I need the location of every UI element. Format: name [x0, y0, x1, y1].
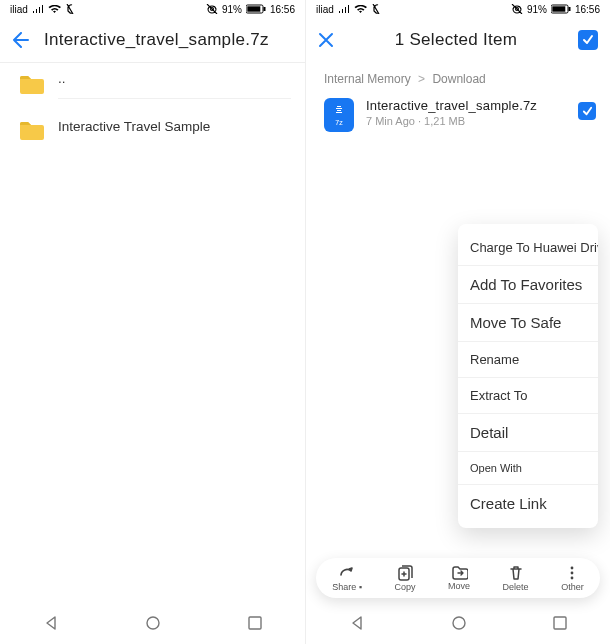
nav-home-icon[interactable]: [145, 615, 161, 635]
battery-pct: 91%: [527, 4, 547, 15]
action-bar: Share ▪ Copy Move Delete Other: [316, 558, 600, 598]
left-pane: iliad 91% 16:56 Interactive_travel_sampl…: [0, 0, 305, 644]
svg-point-11: [571, 576, 574, 579]
select-all-checkbox[interactable]: [578, 30, 598, 50]
selection-title: 1 Selected Item: [348, 30, 564, 50]
carrier-label: iliad: [10, 4, 28, 15]
crumb-child[interactable]: Download: [432, 72, 485, 86]
trash-icon: [509, 565, 523, 581]
archive-title: Interactive_travel_sample.7z: [44, 30, 269, 50]
action-label: Copy: [395, 582, 416, 592]
signal-icon: [32, 5, 44, 14]
time-label: 16:56: [575, 4, 600, 15]
nav-back-icon[interactable]: [349, 615, 365, 635]
list-row-folder[interactable]: Interactive Travel Sample: [0, 107, 305, 154]
share-icon: [338, 565, 356, 581]
close-icon[interactable]: [318, 32, 334, 48]
left-header: Interactive_travel_sample.7z: [0, 18, 305, 62]
menu-item-rename[interactable]: Rename: [458, 342, 598, 378]
svg-rect-7: [568, 7, 570, 11]
svg-point-3: [147, 617, 159, 629]
row-label: ..: [58, 71, 291, 99]
action-other[interactable]: Other: [561, 565, 584, 592]
call-disabled-icon: [65, 4, 75, 14]
nav-home-icon[interactable]: [451, 615, 467, 635]
file-meta: 7 Min Ago · 1,21 MB: [366, 115, 566, 127]
time-label: 16:56: [270, 4, 295, 15]
nav-recents-icon[interactable]: [248, 616, 262, 634]
menu-item-detail[interactable]: Detail: [458, 414, 598, 452]
archive-file-icon: 7z: [324, 98, 354, 132]
svg-rect-4: [249, 617, 261, 629]
nav-bar-left: [0, 606, 305, 644]
action-label: Share ▪: [332, 582, 362, 592]
call-disabled-icon: [371, 4, 381, 14]
file-text: Interactive_travel_sample.7z 7 Min Ago ·…: [366, 98, 566, 127]
battery-icon: [246, 4, 266, 14]
eye-off-icon: [511, 4, 523, 14]
move-icon: [451, 565, 468, 580]
svg-point-12: [453, 617, 465, 629]
nav-bar-right: [306, 606, 610, 644]
menu-item-link[interactable]: Create Link: [458, 485, 598, 522]
wifi-icon: [354, 5, 367, 14]
action-move[interactable]: Move: [448, 565, 470, 591]
svg-rect-2: [263, 7, 265, 11]
carrier-label: iliad: [316, 4, 334, 15]
selection-header: 1 Selected Item: [306, 18, 610, 62]
list-row-parent[interactable]: ..: [0, 63, 305, 107]
copy-icon: [398, 565, 413, 581]
svg-point-10: [571, 571, 574, 574]
action-label: Other: [561, 582, 584, 592]
file-item[interactable]: 7z Interactive_travel_sample.7z 7 Min Ag…: [306, 92, 610, 138]
right-pane: iliad 91% 16:56 1 Selected Item Internal…: [305, 0, 610, 644]
folder-icon: [18, 120, 46, 142]
svg-point-9: [571, 566, 574, 569]
nav-back-icon[interactable]: [43, 615, 59, 635]
signal-icon: [338, 5, 350, 14]
battery-pct: 91%: [222, 4, 242, 15]
status-bar-right: iliad 91% 16:56: [306, 0, 610, 18]
svg-rect-13: [554, 617, 566, 629]
action-label: Delete: [503, 582, 529, 592]
file-checkbox[interactable]: [578, 102, 596, 120]
battery-icon: [551, 4, 571, 14]
menu-item-charge[interactable]: Charge To Huawei Drive: [458, 230, 598, 266]
back-icon[interactable]: [12, 32, 30, 48]
row-label: Interactive Travel Sample: [58, 115, 291, 146]
action-share[interactable]: Share ▪: [332, 565, 362, 592]
menu-item-openwith[interactable]: Open With: [458, 452, 598, 485]
crumb-sep: >: [418, 72, 425, 86]
eye-off-icon: [206, 4, 218, 14]
action-copy[interactable]: Copy: [395, 565, 416, 592]
wifi-icon: [48, 5, 61, 14]
archive-badge: 7z: [335, 119, 342, 126]
action-label: Move: [448, 581, 470, 591]
folder-icon: [18, 74, 46, 96]
menu-item-favorite[interactable]: Add To Favorites: [458, 266, 598, 304]
menu-item-extract[interactable]: Extract To: [458, 378, 598, 414]
svg-rect-6: [552, 6, 565, 11]
crumb-root[interactable]: Internal Memory: [324, 72, 411, 86]
action-delete[interactable]: Delete: [503, 565, 529, 592]
file-name: Interactive_travel_sample.7z: [366, 98, 566, 113]
context-menu: Charge To Huawei Drive Add To Favorites …: [458, 224, 598, 528]
breadcrumb[interactable]: Internal Memory > Download: [306, 62, 610, 92]
status-bar-left: iliad 91% 16:56: [0, 0, 305, 18]
nav-recents-icon[interactable]: [553, 616, 567, 634]
svg-rect-1: [247, 6, 260, 11]
more-vertical-icon: [569, 565, 575, 581]
menu-item-safe[interactable]: Move To Safe: [458, 304, 598, 342]
